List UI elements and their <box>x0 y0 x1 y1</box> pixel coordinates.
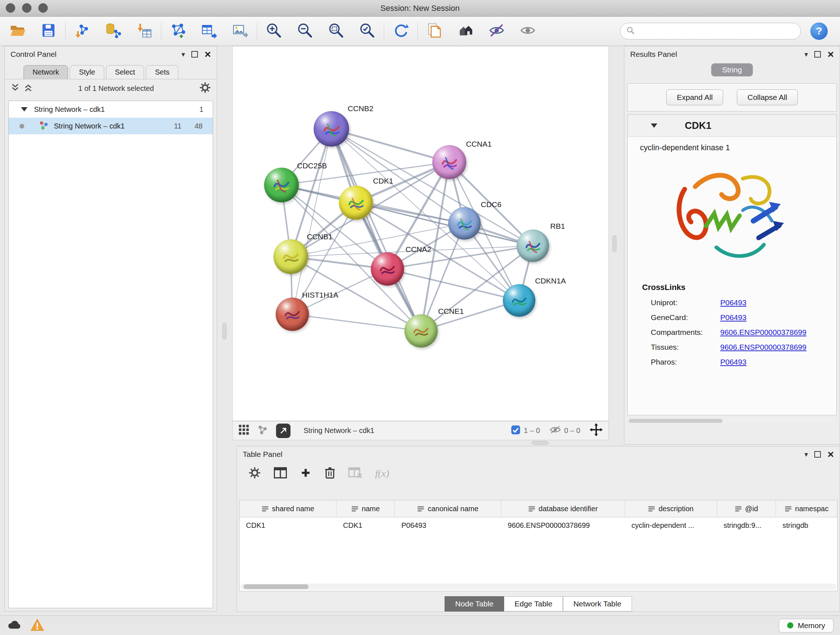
pan-crosshair-icon[interactable] <box>590 423 603 438</box>
panel-close-icon[interactable]: × <box>204 50 211 59</box>
column-header-database-identifier[interactable]: database identifier <box>501 500 625 517</box>
crosslink-link[interactable]: 9606.ENSP00000378699 <box>720 328 806 337</box>
expand-all-icon[interactable] <box>24 83 33 94</box>
column-header-shared-name[interactable]: shared name <box>240 500 336 517</box>
card-expander-icon[interactable] <box>651 124 657 128</box>
save-session-button[interactable] <box>38 21 58 41</box>
open-in-new-window-button[interactable] <box>276 424 291 438</box>
network-canvas[interactable]: CCNB2CCNA1CDC25BCDK1CDC6RB1CCNB1CCNA2CDK… <box>232 46 609 421</box>
zoom-fit-button[interactable] <box>326 21 346 41</box>
panel-menu-icon[interactable]: ▾ <box>804 450 808 459</box>
refresh-view-button[interactable] <box>391 21 411 41</box>
panel-close-icon[interactable]: × <box>827 450 834 459</box>
crosslink-link[interactable]: P06493 <box>720 313 746 322</box>
node-CDK1[interactable] <box>339 186 373 220</box>
hide-selection-button[interactable] <box>486 21 507 41</box>
table-scrollbar-thumb[interactable] <box>243 584 309 589</box>
collapse-all-icon[interactable] <box>11 83 20 94</box>
import-network-database-button[interactable] <box>103 21 123 41</box>
function-builder-icon[interactable]: f(x) <box>375 468 389 479</box>
collapse-all-button[interactable]: Collapse All <box>737 89 798 105</box>
crosslink-link[interactable]: P06493 <box>720 298 746 307</box>
node-CDC25B[interactable] <box>264 168 299 203</box>
left-splitter-handle[interactable] <box>223 323 226 340</box>
right-splitter-handle[interactable] <box>613 235 616 252</box>
add-column-icon[interactable] <box>300 467 311 480</box>
column-header-name[interactable]: name <box>336 500 395 517</box>
panel-float-icon[interactable] <box>814 451 821 458</box>
new-network-button[interactable] <box>168 21 188 41</box>
cell-canonical-name[interactable]: P06493 <box>395 517 501 533</box>
import-network-file-button[interactable] <box>72 21 92 41</box>
tab-select[interactable]: Select <box>106 65 144 79</box>
network-collection-row[interactable]: String Network – cdk1 1 <box>9 101 213 118</box>
table-horizontal-scrollbar[interactable] <box>240 584 836 590</box>
open-session-button[interactable] <box>7 21 27 41</box>
cell-namespace[interactable]: stringdb <box>776 517 837 533</box>
panel-close-icon[interactable]: × <box>827 50 834 59</box>
network-options-gear-icon[interactable] <box>199 82 211 95</box>
column-header-id[interactable]: @id <box>717 500 776 517</box>
tab-network[interactable]: Network <box>24 65 68 79</box>
node-CCNA1[interactable] <box>432 145 466 179</box>
show-columns-icon[interactable] <box>274 467 287 480</box>
cell-database-identifier[interactable]: 9606.ENSP00000378699 <box>501 517 625 533</box>
panel-float-icon[interactable] <box>191 51 198 57</box>
column-header-canonical-name[interactable]: canonical name <box>395 500 501 517</box>
copy-button[interactable] <box>424 21 445 41</box>
delete-table-icon[interactable] <box>348 467 362 480</box>
hidden-eye-icon[interactable] <box>549 425 561 436</box>
cell-id[interactable]: stringdb:9... <box>717 517 776 533</box>
panel-menu-icon[interactable]: ▾ <box>804 50 808 59</box>
tab-network-table[interactable]: Network Table <box>563 596 632 611</box>
node-RB1[interactable] <box>516 230 549 262</box>
tab-node-table[interactable]: Node Table <box>445 596 504 611</box>
network-row[interactable]: String Network – cdk1 11 48 <box>9 118 213 134</box>
zoom-selected-button[interactable] <box>357 21 377 41</box>
column-header-namespace[interactable]: namespac <box>776 500 837 517</box>
birdseye-view-icon[interactable] <box>257 424 268 437</box>
help-button[interactable]: ? <box>810 22 828 40</box>
zoom-out-button[interactable] <box>295 21 315 41</box>
tab-sets[interactable]: Sets <box>146 65 178 79</box>
expand-all-button[interactable]: Expand All <box>666 89 723 105</box>
node-CCNB1[interactable] <box>273 239 308 274</box>
protein-card-header[interactable]: CDK1 <box>628 115 836 137</box>
node-CCNA2[interactable] <box>371 252 404 286</box>
table-row[interactable]: CDK1 CDK1 P06493 9606.ENSP00000378699 cy… <box>240 517 837 533</box>
show-all-button[interactable] <box>518 21 538 41</box>
node-CCNB2[interactable] <box>314 111 349 147</box>
export-image-button[interactable] <box>230 21 250 41</box>
crosslink-link[interactable]: P06493 <box>720 358 746 366</box>
tab-style[interactable]: Style <box>70 65 104 79</box>
cell-description[interactable]: cyclin-dependent ... <box>625 517 717 533</box>
cloud-icon[interactable] <box>6 619 22 632</box>
tab-edge-table[interactable]: Edge Table <box>504 596 563 611</box>
string-tab[interactable]: String <box>711 63 753 76</box>
column-header-description[interactable]: description <box>625 500 717 517</box>
first-neighbors-button[interactable] <box>455 21 476 41</box>
import-table-button[interactable] <box>134 21 155 41</box>
warning-icon[interactable] <box>30 619 44 632</box>
network-from-table-button[interactable] <box>199 21 219 41</box>
checkbox-icon[interactable] <box>511 425 521 437</box>
search-input[interactable] <box>638 27 795 36</box>
panel-menu-icon[interactable]: ▾ <box>181 50 185 59</box>
table-options-gear-icon[interactable] <box>248 467 261 480</box>
node-CCNE1[interactable] <box>404 314 438 348</box>
delete-column-icon[interactable] <box>325 467 335 480</box>
grid-view-icon[interactable] <box>238 424 249 437</box>
horizontal-splitter-handle[interactable] <box>532 441 548 445</box>
panel-float-icon[interactable] <box>814 51 821 57</box>
collection-expander-icon[interactable] <box>21 107 27 111</box>
cell-name[interactable]: CDK1 <box>336 517 395 533</box>
results-scrollbar-thumb[interactable] <box>629 419 722 423</box>
memory-button[interactable]: Memory <box>779 619 834 632</box>
search-field[interactable] <box>620 23 801 40</box>
cell-shared-name[interactable]: CDK1 <box>240 517 336 533</box>
crosslink-link[interactable]: 9606.ENSP00000378699 <box>720 343 806 352</box>
results-scrollbar[interactable] <box>628 418 836 423</box>
node-HIST1H1A[interactable] <box>276 298 309 331</box>
zoom-in-button[interactable] <box>264 21 284 41</box>
node-CDKN1A[interactable] <box>503 284 535 317</box>
